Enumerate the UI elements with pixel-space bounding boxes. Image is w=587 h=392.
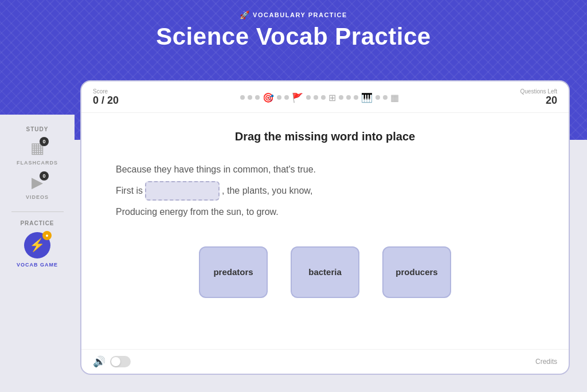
videos-badge: 0	[40, 171, 49, 181]
score-label: Score	[93, 88, 122, 95]
dot-5	[284, 95, 289, 100]
dot-1	[240, 95, 245, 100]
dot-12	[375, 95, 380, 100]
dot-13	[383, 95, 388, 100]
dot-8	[321, 95, 326, 100]
grid-icon: ⊞	[328, 92, 336, 103]
audio-toggle-area: 🔊	[93, 355, 131, 368]
dot-7	[314, 95, 318, 100]
practice-section-label: PRACTICE	[20, 220, 54, 226]
sentence-2-after: , the plants, you know,	[222, 181, 312, 201]
vocab-game-label: VOCAB GAME	[17, 262, 58, 268]
word-choices: predators bacteria producers	[116, 246, 534, 298]
dot-4	[277, 95, 281, 100]
progress-dots: 🎯 🚩 ⊞ 🎹 ▦	[126, 92, 512, 103]
drop-target[interactable]	[145, 181, 220, 201]
sentence-2: First is , the plants, you know,	[116, 181, 534, 201]
progress-area: Score 0 / 20 🎯 🚩 ⊞ 🎹 ▦ Questions Left	[81, 81, 569, 113]
sidebar-item-vocab-game[interactable]: ⚡ ● VOCAB GAME	[17, 231, 58, 268]
sentence-1: Because they have things in common, that…	[116, 159, 534, 179]
target-icon: 🎯	[263, 92, 274, 103]
piano-icon: 🎹	[361, 92, 373, 103]
dot-6	[306, 95, 311, 100]
audio-toggle-switch[interactable]	[110, 356, 131, 367]
flashcards-badge: 0	[40, 137, 49, 146]
questions-left-value: 20	[546, 95, 557, 107]
questions-left-label: Questions Left	[521, 88, 557, 95]
rocket-icon: 🚀	[240, 10, 249, 19]
videos-label: VIDEOS	[26, 194, 49, 200]
sidebar-divider	[11, 211, 64, 212]
dot-11	[354, 95, 358, 100]
dot-9	[339, 95, 343, 100]
instruction-title: Drag the missing word into place	[235, 130, 416, 143]
word-card-producers-label: producers	[396, 267, 437, 277]
score-value: 0 / 20	[93, 95, 122, 107]
sentence-3-text: Producing energy from the sun, to grow.	[116, 202, 279, 222]
vocab-game-badge: ●	[42, 231, 52, 240]
main-card: Score 0 / 20 🎯 🚩 ⊞ 🎹 ▦ Questions Left	[80, 80, 570, 375]
dot-2	[248, 95, 252, 100]
dot-10	[346, 95, 351, 100]
page-title: Science Vocab Practice	[0, 23, 587, 50]
sentence-1-text: Because they have things in common, that…	[116, 159, 316, 179]
table-icon: ▦	[390, 92, 399, 103]
sidebar: STUDY ▦ 0 FLASHCARDS ▶ 0 VIDEOS PRACTICE…	[0, 115, 75, 392]
study-section-label: STUDY	[26, 126, 49, 132]
dot-3	[255, 95, 260, 100]
word-card-predators-label: predators	[213, 267, 253, 277]
sentence-3: Producing energy from the sun, to grow.	[116, 202, 534, 222]
app-title: VOCABULARY PRACTICE	[253, 11, 347, 18]
sidebar-item-flashcards[interactable]: ▦ 0 FLASHCARDS	[17, 137, 58, 166]
card-footer: 🔊 Credits	[81, 349, 569, 374]
toggle-knob	[111, 357, 120, 366]
practice-section: PRACTICE ⚡ ● VOCAB GAME	[17, 220, 58, 273]
flag-icon: 🚩	[292, 92, 303, 103]
word-card-bacteria-label: bacteria	[308, 267, 342, 277]
sentence-2-before: First is	[116, 181, 143, 201]
flashcards-label: FLASHCARDS	[17, 160, 58, 166]
word-card-producers[interactable]: producers	[382, 246, 451, 298]
card-content: Drag the missing word into place Because…	[81, 113, 569, 349]
sidebar-item-videos[interactable]: ▶ 0 VIDEOS	[25, 171, 50, 200]
sentence-area: Because they have things in common, that…	[116, 159, 534, 224]
audio-icon: 🔊	[93, 355, 105, 368]
word-card-predators[interactable]: predators	[199, 246, 268, 298]
word-card-bacteria[interactable]: bacteria	[291, 246, 359, 298]
credits-link[interactable]: Credits	[535, 358, 557, 366]
